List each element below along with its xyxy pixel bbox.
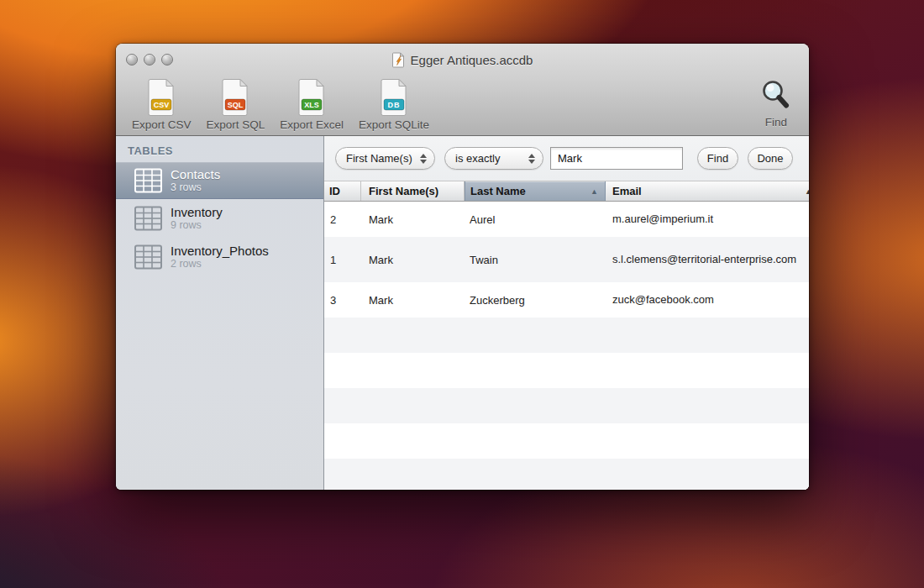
clipped-sort-icon: ▲ (805, 187, 809, 196)
sidebar-item-inventory-photos[interactable]: Inventory_Photos 2 rows (116, 238, 323, 276)
filter-value-input[interactable] (550, 147, 683, 170)
title-area: Egger Antiques.accdb (116, 44, 809, 76)
table-name: Contacts (171, 167, 220, 181)
column-header-email[interactable]: Email (606, 181, 809, 201)
table-grid-icon (134, 168, 162, 193)
table-grid-icon (134, 244, 162, 270)
cell-id: 2 (324, 213, 361, 226)
export-excel-button[interactable]: XLS Export Excel (272, 78, 351, 131)
find-button[interactable]: Find (697, 147, 738, 170)
window-title: Egger Antiques.accdb (411, 53, 533, 67)
find-button-label: Find (707, 152, 728, 165)
svg-text:XLS: XLS (304, 101, 319, 109)
cell-email: zuck@facebook.com (606, 292, 809, 308)
export-sql-button[interactable]: SQL Export SQL (199, 78, 273, 131)
export-csv-button[interactable]: CSV Export CSV (124, 78, 199, 131)
table-name: Inventory (171, 205, 223, 219)
table-name: Inventory_Photos (171, 244, 269, 258)
filter-field-label: First Name(s) (346, 152, 412, 165)
db-file-icon: DB (379, 78, 409, 117)
tool-label: Find (765, 116, 787, 129)
cell-id: 3 (324, 294, 361, 307)
table-row-count: 9 rows (171, 219, 223, 231)
filter-field-dropdown[interactable]: First Name(s) (335, 147, 435, 170)
sidebar-item-texts: Inventory_Photos 2 rows (171, 244, 269, 270)
traffic-lights (126, 54, 173, 66)
cell-first-name: Mark (361, 294, 465, 307)
sidebar-header: TABLES (116, 136, 323, 162)
stepper-icon (420, 154, 427, 164)
cell-last-name: Zuckerberg (465, 294, 606, 307)
window-content: TABLES Contacts 3 rows (116, 136, 809, 490)
cell-id: 1 (324, 254, 361, 266)
tables-sidebar: TABLES Contacts 3 rows (116, 136, 324, 490)
cell-last-name: Aurel (465, 213, 606, 226)
export-sqlite-button[interactable]: DB Export SQLite (351, 78, 437, 131)
column-header-first-name[interactable]: First Name(s) (361, 181, 465, 201)
table-body: 2 Mark Aurel m.aurel@imperium.it 1 Mark … (324, 202, 809, 490)
window-titlebar[interactable]: Egger Antiques.accdb (116, 44, 809, 76)
toolbar: CSV Export CSV SQL Export SQL (116, 76, 809, 135)
sidebar-item-inventory[interactable]: Inventory 9 rows (116, 199, 323, 238)
table-row-count: 3 rows (171, 181, 220, 193)
cell-email: s.l.clemens@territorial-enterprise.com (606, 252, 809, 268)
column-header-last-name-sorted[interactable]: Last Name ▲ (465, 181, 606, 201)
stepper-icon (528, 154, 535, 164)
magnifier-icon (759, 78, 794, 115)
xls-file-icon: XLS (297, 78, 327, 117)
table-row[interactable]: 2 Mark Aurel m.aurel@imperium.it (324, 202, 809, 237)
table-grid-icon (134, 206, 162, 231)
cell-first-name: Mark (361, 213, 465, 226)
done-button[interactable]: Done (748, 147, 793, 170)
table-header: ID First Name(s) Last Name ▲ Email ▲ (324, 181, 809, 202)
tool-label: Export Excel (280, 118, 344, 131)
tool-label: Export SQL (207, 118, 265, 131)
tool-label: Export SQLite (359, 118, 429, 131)
sidebar-item-texts: Contacts 3 rows (171, 167, 220, 194)
svg-text:CSV: CSV (154, 101, 170, 109)
tool-label: Export CSV (132, 118, 192, 131)
table-row[interactable]: 1 Mark Twain s.l.clemens@territorial-ent… (324, 237, 809, 282)
window-zoom-button[interactable] (161, 54, 173, 66)
filter-operator-dropdown[interactable]: is exactly (444, 147, 543, 170)
find-toolbar-button[interactable]: Find (751, 78, 794, 129)
cell-first-name: Mark (361, 254, 465, 266)
sidebar-item-contacts[interactable]: Contacts 3 rows (116, 162, 323, 199)
filter-operator-label: is exactly (455, 152, 500, 165)
table-row-count: 2 rows (171, 258, 269, 270)
cell-last-name: Twain (465, 254, 606, 266)
window-chrome: Egger Antiques.accdb CSV Export CSV (116, 44, 809, 136)
main-pane: First Name(s) is exactly Find Done (324, 136, 809, 490)
app-window: Egger Antiques.accdb CSV Export CSV (116, 44, 809, 490)
window-close-button[interactable] (126, 54, 138, 66)
cell-email: m.aurel@imperium.it (606, 212, 809, 228)
sidebar-item-texts: Inventory 9 rows (171, 205, 223, 232)
column-header-id[interactable]: ID (324, 181, 361, 201)
filter-bar: First Name(s) is exactly Find Done (324, 136, 809, 181)
desktop-wallpaper: Egger Antiques.accdb CSV Export CSV (0, 0, 924, 588)
csv-file-icon: CSV (146, 78, 176, 117)
sql-file-icon: SQL (220, 78, 250, 117)
window-minimize-button[interactable] (144, 54, 155, 66)
table-row[interactable]: 3 Mark Zuckerberg zuck@facebook.com (324, 282, 809, 318)
svg-text:DB: DB (388, 101, 401, 109)
document-file-icon (392, 52, 405, 68)
done-button-label: Done (757, 152, 783, 165)
sort-ascending-icon: ▲ (591, 187, 598, 196)
svg-text:SQL: SQL (228, 101, 244, 109)
